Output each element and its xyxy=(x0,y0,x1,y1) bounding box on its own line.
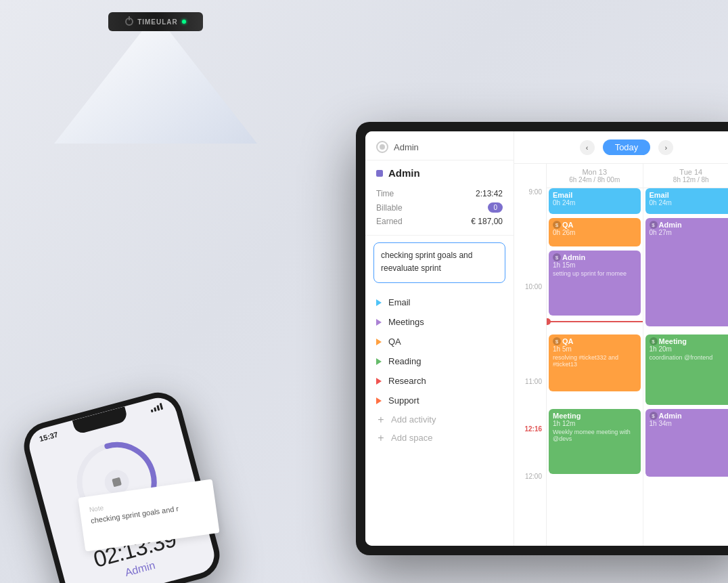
day-events-mon: Email 0h 24m $ QA 0h 26m xyxy=(547,188,643,520)
day-col-mon: Mon 13 6h 24m / 8h 00m Email 0h 24m xyxy=(547,164,643,546)
play-icon-research xyxy=(376,378,382,385)
billable-label: Billable xyxy=(376,203,403,213)
admin-dot xyxy=(376,170,383,177)
sidebar-admin-section: Admin xyxy=(365,160,514,183)
day-columns: Mon 13 6h 24m / 8h 00m Email 0h 24m xyxy=(547,164,728,546)
sidebar-note[interactable]: checking sprint goals and reevaluate spr… xyxy=(373,242,505,283)
tablet-outer: Admin Admin Time 2:13:42 Billable 0 xyxy=(356,122,728,555)
day-name-mon: Mon 13 xyxy=(582,168,607,176)
activity-qa[interactable]: QA xyxy=(365,332,514,351)
workspace-label: Admin xyxy=(394,142,419,152)
billable-badge-admin-tue: $ xyxy=(650,221,658,229)
time-1000: 10:00 xyxy=(514,283,546,330)
activity-meetings[interactable]: Meetings xyxy=(365,312,514,332)
day-name-tue: Tue 14 xyxy=(679,168,702,176)
add-activity-label: Add activity xyxy=(391,414,436,425)
admin-label: Admin xyxy=(388,167,420,179)
earned-label: Earned xyxy=(376,217,403,226)
play-icon-qa xyxy=(376,339,382,345)
timeular-device: TIMEULAR xyxy=(34,0,291,190)
time-1200: 12:00 xyxy=(514,473,546,520)
activity-name-research: Research xyxy=(388,376,426,386)
billable-toggle[interactable]: 0 xyxy=(488,202,503,213)
add-activity-icon: + xyxy=(376,415,386,425)
time-1100: 11:00 xyxy=(514,378,546,425)
billable-badge: $ xyxy=(553,221,561,229)
play-icon-support xyxy=(376,397,382,404)
activity-email[interactable]: Email xyxy=(365,293,514,312)
stat-billable: Billable 0 xyxy=(376,200,503,215)
day-header-tue: Tue 14 8h 12m / 8h xyxy=(643,164,729,188)
play-icon-meetings xyxy=(376,319,382,326)
sidebar-stats: Time 2:13:42 Billable 0 Earned € 187,00 xyxy=(365,183,514,236)
billable-badge-meeting-tue: $ xyxy=(650,337,658,345)
event-admin2-tue[interactable]: $ Admin 1h 34m xyxy=(645,409,729,477)
activity-support[interactable]: Support xyxy=(365,391,514,410)
power-icon xyxy=(125,18,133,26)
day-col-tue: Tue 14 8h 12m / 8h Email 0h 24m xyxy=(643,164,729,546)
device-body xyxy=(54,14,257,176)
event-admin-mon[interactable]: $ Admin 1h 15m setting up sprint for mom… xyxy=(549,251,641,316)
add-space-icon: + xyxy=(376,433,386,443)
next-btn[interactable]: › xyxy=(658,140,673,155)
activity-reading[interactable]: Reading xyxy=(365,351,514,371)
led-indicator xyxy=(182,20,186,24)
event-meeting-mon[interactable]: Meeting 1h 12m Weekly momee meeting with… xyxy=(549,409,641,474)
sidebar-note-text: checking sprint goals and reevaluate spr… xyxy=(381,251,472,273)
time-930 xyxy=(514,236,546,283)
earned-value: € 187,00 xyxy=(471,217,503,226)
stat-earned: Earned € 187,00 xyxy=(376,215,503,228)
tablet-screen: Admin Admin Time 2:13:42 Billable 0 xyxy=(365,131,728,546)
time-1030 xyxy=(514,330,546,378)
time-900: 9:00 xyxy=(514,188,546,236)
activity-name-support: Support xyxy=(388,395,419,406)
event-meeting-tue[interactable]: $ Meeting 1h 20m coordination @frontend xyxy=(645,334,729,405)
add-space-label: Add space xyxy=(391,433,432,443)
day-hours-mon: 6h 24m / 8h 00m xyxy=(569,176,620,183)
current-time-indicator xyxy=(547,321,643,322)
activity-name-meetings: Meetings xyxy=(388,317,424,327)
event-admin-tue[interactable]: $ Admin 0h 27m xyxy=(645,218,729,326)
sidebar-workspace[interactable]: Admin xyxy=(365,131,514,160)
billable-badge-admin2-tue: $ xyxy=(650,412,658,420)
event-qa-mon[interactable]: $ QA 0h 26m xyxy=(549,218,641,246)
today-btn[interactable]: Today xyxy=(603,139,651,155)
calendar-pane: ‹ Today › 9:00 10:00 11:00 12:16 12:00 xyxy=(514,131,728,546)
add-space-row[interactable]: + Add space xyxy=(365,429,514,447)
time-label: Time xyxy=(376,189,394,198)
calendar-header: ‹ Today › xyxy=(514,131,728,164)
day-hours-tue: 8h 12m / 8h xyxy=(673,176,709,183)
stop-icon xyxy=(112,477,122,488)
play-icon-reading xyxy=(376,358,382,365)
current-time-dot xyxy=(547,318,551,325)
billable-badge-qa2: $ xyxy=(553,337,561,345)
activity-name-reading: Reading xyxy=(388,356,421,366)
sidebar-activities: Email Meetings QA Reading xyxy=(365,290,514,546)
device-band: TIMEULAR xyxy=(108,12,203,31)
add-activity-row[interactable]: + Add activity xyxy=(365,410,514,429)
sidebar: Admin Admin Time 2:13:42 Billable 0 xyxy=(365,131,514,546)
calendar-body: 9:00 10:00 11:00 12:16 12:00 13:00 14:00… xyxy=(514,164,728,546)
event-email-mon[interactable]: Email 0h 24m xyxy=(549,188,641,214)
activity-name-email: Email xyxy=(388,297,411,307)
time-current: 12:16 xyxy=(514,425,546,473)
prev-btn[interactable]: ‹ xyxy=(580,140,595,155)
event-email-tue[interactable]: Email 0h 24m xyxy=(645,188,729,214)
time-1230 xyxy=(514,520,546,546)
activity-research[interactable]: Research xyxy=(365,371,514,391)
day-events-tue: Email 0h 24m $ Admin 0h 27m xyxy=(643,188,729,520)
activity-name-qa: QA xyxy=(388,337,401,347)
time-column: 9:00 10:00 11:00 12:16 12:00 13:00 14:00… xyxy=(514,164,547,546)
play-icon-email xyxy=(376,299,382,306)
stat-time: Time 2:13:42 xyxy=(376,187,503,200)
workspace-icon xyxy=(376,141,388,153)
day-header-mon: Mon 13 6h 24m / 8h 00m xyxy=(547,164,643,188)
tablet: Admin Admin Time 2:13:42 Billable 0 xyxy=(356,122,728,555)
time-value: 2:13:42 xyxy=(476,189,503,198)
event-qa2-mon[interactable]: $ QA 1h 5m resolving #ticket332 and #tic… xyxy=(549,334,641,391)
phone-signal xyxy=(150,403,163,412)
billable-badge-admin: $ xyxy=(553,253,561,261)
brand-text: TIMEULAR xyxy=(137,18,178,26)
